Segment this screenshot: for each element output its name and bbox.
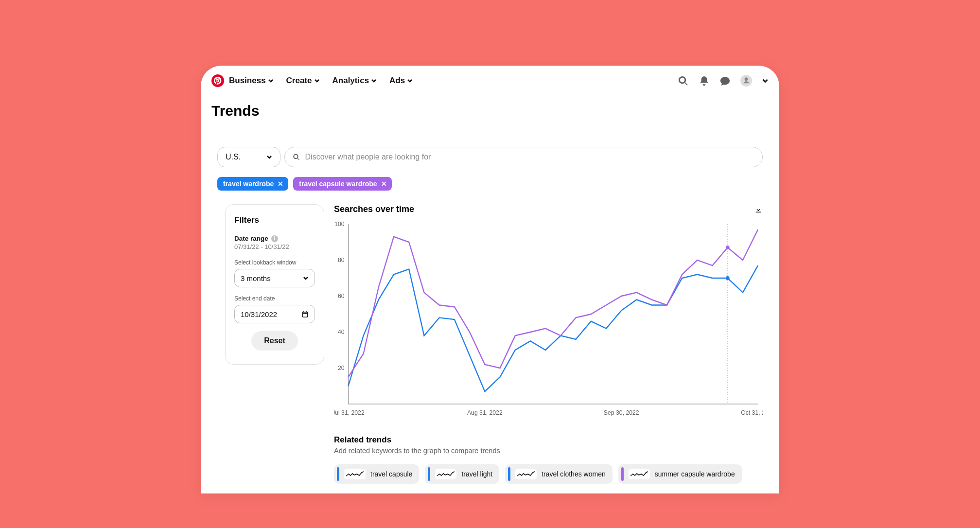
- chevron-down-icon: [268, 78, 274, 84]
- chip-label: travel capsule wardrobe: [299, 180, 377, 188]
- calendar-icon: [301, 311, 309, 318]
- search-field[interactable]: [284, 147, 763, 167]
- color-bar: [428, 467, 430, 481]
- chevron-down-icon: [303, 275, 309, 281]
- related-chip[interactable]: travel light: [425, 464, 499, 484]
- svg-text:Aug 31, 2022: Aug 31, 2022: [467, 409, 503, 416]
- nav-business-label: Business: [229, 76, 266, 86]
- related-chip-label: travel capsule: [370, 470, 412, 478]
- chevron-down-icon: [266, 154, 272, 160]
- topbar-right: [678, 75, 769, 87]
- search-icon: [293, 153, 300, 161]
- svg-text:Sep 30, 2022: Sep 30, 2022: [604, 409, 639, 416]
- line-chart: 20406080100Jul 31, 2022Aug 31, 2022Sep 3…: [334, 219, 763, 423]
- related-subtitle: Add related keywords to the graph to com…: [334, 447, 763, 455]
- svg-text:20: 20: [338, 365, 345, 371]
- related-chip[interactable]: travel clothes women: [505, 464, 612, 484]
- chevron-down-icon: [314, 78, 320, 84]
- region-value: U.S.: [226, 153, 241, 161]
- nav-analytics-label: Analytics: [332, 76, 369, 86]
- svg-point-12: [726, 276, 730, 280]
- chevron-down-icon: [371, 78, 377, 84]
- info-icon[interactable]: i: [271, 235, 278, 242]
- sparkline-icon: [344, 469, 366, 479]
- related-chip[interactable]: travel capsule: [334, 464, 419, 484]
- end-date-label: Select end date: [234, 295, 315, 302]
- keyword-chip[interactable]: travel wardrobe ✕: [217, 177, 288, 191]
- end-date-input[interactable]: 10/31/2022: [234, 305, 315, 323]
- filters-title: Filters: [234, 215, 315, 225]
- lookback-value: 3 months: [241, 274, 271, 282]
- chevron-down-icon[interactable]: [762, 77, 769, 84]
- chat-icon[interactable]: [719, 75, 731, 87]
- svg-text:Jul 31, 2022: Jul 31, 2022: [334, 409, 365, 416]
- end-date-value: 10/31/2022: [241, 310, 277, 318]
- date-range-value: 07/31/22 - 10/31/22: [234, 243, 315, 250]
- nav-ads-label: Ads: [389, 76, 405, 86]
- keyword-chip[interactable]: travel capsule wardrobe ✕: [293, 177, 391, 191]
- region-select[interactable]: U.S.: [217, 147, 280, 167]
- sparkline-icon: [515, 469, 537, 479]
- lookback-select[interactable]: 3 months: [234, 269, 315, 287]
- filters-card: Filters Date range i 07/31/22 - 10/31/22…: [225, 204, 324, 365]
- close-icon[interactable]: ✕: [278, 180, 283, 188]
- svg-text:100: 100: [334, 221, 345, 228]
- nav-ads[interactable]: Ads: [389, 76, 413, 86]
- app-window: Business Create Analytics Ads Trends: [201, 66, 779, 493]
- related-title: Related trends: [334, 435, 763, 445]
- download-icon[interactable]: [754, 205, 763, 214]
- svg-text:80: 80: [338, 257, 345, 264]
- pinterest-logo-icon[interactable]: [211, 74, 224, 87]
- chevron-down-icon: [407, 78, 413, 84]
- search-input[interactable]: [305, 153, 754, 161]
- svg-text:60: 60: [338, 293, 345, 299]
- bell-icon[interactable]: [699, 75, 710, 87]
- chart-area: Searches over time 20406080100Jul 31, 20…: [334, 204, 763, 484]
- nav-create[interactable]: Create: [286, 76, 320, 86]
- related-chip-label: travel light: [461, 470, 492, 478]
- close-icon[interactable]: ✕: [381, 180, 387, 188]
- chip-label: travel wardrobe: [223, 180, 274, 188]
- search-icon[interactable]: [678, 75, 689, 87]
- top-nav: Business Create Analytics Ads: [201, 66, 779, 93]
- avatar[interactable]: [740, 75, 752, 87]
- related-chip[interactable]: summer capsule wardrobe: [618, 464, 742, 484]
- main-content: Filters Date range i 07/31/22 - 10/31/22…: [201, 191, 779, 493]
- chart-title: Searches over time: [334, 204, 414, 214]
- nav-analytics[interactable]: Analytics: [332, 76, 377, 86]
- svg-text:40: 40: [338, 329, 345, 335]
- svg-text:Oct 31, 2022: Oct 31, 2022: [741, 409, 763, 416]
- lookback-label: Select lookback window: [234, 259, 315, 266]
- svg-point-13: [726, 246, 730, 249]
- nav-business[interactable]: Business: [229, 76, 274, 86]
- date-range-label: Date range i: [234, 235, 315, 242]
- page-title: Trends: [201, 93, 779, 131]
- related-chip-label: travel clothes women: [542, 470, 606, 478]
- reset-button[interactable]: Reset: [251, 331, 298, 351]
- related-trends: Related trends Add related keywords to t…: [334, 435, 763, 484]
- chart-header: Searches over time: [334, 204, 763, 214]
- sparkline-icon: [629, 469, 650, 479]
- color-bar: [337, 467, 339, 481]
- active-keyword-chips: travel wardrobe ✕ travel capsule wardrob…: [201, 172, 779, 191]
- color-bar: [508, 467, 510, 481]
- color-bar: [621, 467, 624, 481]
- search-row: U.S.: [201, 131, 779, 172]
- sparkline-icon: [435, 469, 456, 479]
- related-chip-label: summer capsule wardrobe: [655, 470, 735, 478]
- nav-create-label: Create: [286, 76, 312, 86]
- related-chip-row: travel capsule travel light travel cloth…: [334, 464, 763, 484]
